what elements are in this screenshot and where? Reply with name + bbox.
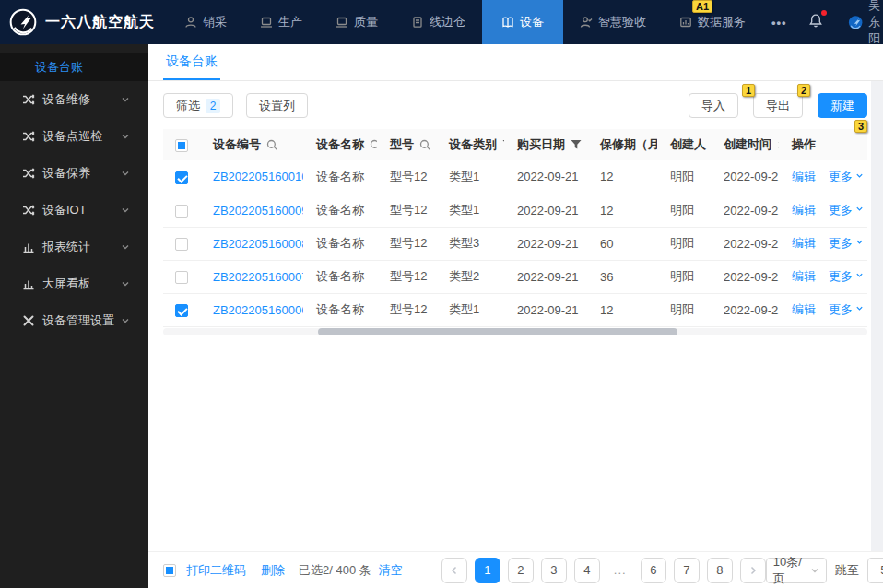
sidebar-item-device-iot[interactable]: 设备IOT [0, 192, 148, 229]
export-button[interactable]: 导出 [753, 93, 803, 118]
cell-creator: 明阳 [657, 260, 711, 293]
horizontal-scrollbar-thumb[interactable] [318, 328, 677, 335]
notification-bell-icon[interactable] [796, 13, 835, 31]
cell-warranty: 12 [587, 194, 657, 227]
avatar[interactable] [848, 10, 863, 35]
edit-link[interactable]: 编辑 [792, 269, 816, 283]
page-button-8[interactable]: 8 [707, 558, 733, 583]
print-qrcode-button[interactable]: 打印二维码 [186, 562, 246, 579]
sidebar-item-label: 设备保养 [42, 165, 90, 182]
page-button-1[interactable]: 1 [475, 558, 500, 583]
app-window: 一六八航空航天 销采 生产 质量 线边仓 设备 [0, 0, 883, 588]
more-link[interactable]: 更多 [829, 170, 853, 183]
main-area: 设备台账 筛选 2 设置列 导入 导出 [148, 44, 883, 588]
annotation-marker-import: 1 [742, 84, 755, 97]
filter-icon[interactable] [502, 139, 504, 150]
footer-select-checkbox[interactable] [163, 564, 176, 577]
filter-icon[interactable] [571, 139, 582, 150]
chevron-down-icon [121, 132, 130, 141]
pagination: 1 2 3 4 ... 6 7 8 [442, 558, 766, 583]
more-menu-icon[interactable]: ••• [762, 16, 796, 29]
cell-category: 类型1 [436, 293, 504, 326]
column-header-category: 设备类别 [449, 136, 497, 153]
nav-item-label: 质量 [354, 14, 378, 30]
more-link[interactable]: 更多 [829, 203, 853, 217]
sidebar-item-device-ledger[interactable]: 设备台账 [0, 53, 148, 81]
selected-count-text: 已选2/ 400 条 [299, 562, 371, 579]
page-button-2[interactable]: 2 [508, 558, 534, 583]
edit-link[interactable]: 编辑 [792, 203, 816, 217]
nav-item-label: 设备 [520, 14, 544, 30]
row-checkbox[interactable] [175, 238, 188, 251]
row-checkbox[interactable] [175, 271, 188, 284]
sidebar-item-device-inspection[interactable]: 设备点巡检 [0, 118, 148, 155]
top-navbar: 一六八航空航天 销采 生产 质量 线边仓 设备 [0, 0, 883, 44]
jump-page-input[interactable] [867, 558, 883, 583]
user-icon [184, 16, 197, 29]
page-ellipsis[interactable]: ... [607, 558, 633, 583]
sidebar-item-report-statistics[interactable]: 报表统计 [0, 229, 148, 265]
shuffle-icon [22, 204, 35, 217]
more-link[interactable]: 更多 [829, 269, 853, 283]
sort-icon[interactable] [777, 138, 779, 151]
user-name[interactable]: 吴东阳 [868, 0, 883, 47]
edit-link[interactable]: 编辑 [792, 170, 816, 183]
device-code-link[interactable]: ZB202205160007 [213, 270, 303, 284]
delete-button[interactable]: 删除 [261, 562, 285, 579]
clear-selection-button[interactable]: 清空 [379, 562, 403, 579]
row-checkbox[interactable] [175, 171, 188, 184]
nav-item-device[interactable]: 设备 [482, 0, 563, 44]
column-header-buy-date: 购买日期 [517, 136, 565, 153]
cell-model: 型号12 [377, 227, 436, 260]
set-columns-button[interactable]: 设置列 [246, 93, 308, 118]
sidebar-item-label: 设备管理设置 [42, 312, 114, 329]
nav-item-label: 线边仓 [430, 14, 465, 30]
row-checkbox[interactable] [175, 205, 188, 218]
table-row: ZB202205160006 设备名称 型号12 类型1 2022-09-21 … [163, 293, 867, 326]
page-button-6[interactable]: 6 [641, 558, 666, 583]
search-icon[interactable] [266, 139, 278, 151]
nav-item-quality[interactable]: 质量 [319, 0, 394, 44]
row-checkbox[interactable] [175, 304, 188, 317]
prev-page-button[interactable] [442, 558, 467, 583]
column-header-warranty: 保修期（月） [600, 136, 657, 153]
tab-device-ledger[interactable]: 设备台账 [163, 53, 220, 80]
import-label: 导入 [701, 98, 725, 114]
page-button-4[interactable]: 4 [574, 558, 600, 583]
nav-item-production[interactable]: 生产 [243, 0, 319, 44]
more-link[interactable]: 更多 [829, 236, 853, 250]
sidebar-item-device-maintenance[interactable]: 设备保养 [0, 155, 148, 192]
sidebar-item-device-repair[interactable]: 设备维修 [0, 81, 148, 118]
nav-item-line-warehouse[interactable]: 线边仓 [394, 0, 482, 44]
notification-dot [821, 10, 827, 16]
next-page-button[interactable] [740, 558, 766, 583]
page-button-7[interactable]: 7 [674, 558, 700, 583]
more-link[interactable]: 更多 [829, 302, 853, 316]
page-size-select[interactable]: 10条/页 [766, 558, 827, 583]
filter-count-badge: 2 [206, 99, 220, 113]
page-size-value: 10条/页 [773, 554, 810, 587]
device-code-link[interactable]: ZB202205160008 [213, 237, 303, 251]
column-header-created: 创建时间 [724, 136, 771, 153]
cell-buy-date: 2022-09-21 [504, 293, 587, 326]
device-code-link[interactable]: ZB202205160009 [213, 204, 303, 218]
cell-created: 2022-09-21 0 [711, 260, 779, 293]
nav-item-sales[interactable]: 销采 [168, 0, 243, 44]
import-button[interactable]: 导入 [689, 93, 738, 118]
edit-link[interactable]: 编辑 [792, 302, 816, 316]
sidebar-item-dashboard-screen[interactable]: 大屏看板 [0, 265, 148, 302]
sidebar-item-device-settings[interactable]: 设备管理设置 [0, 302, 148, 339]
cell-created: 2022-09-21 0 [711, 160, 779, 194]
create-button[interactable]: 新建 [818, 93, 867, 118]
edit-link[interactable]: 编辑 [792, 236, 816, 250]
search-icon[interactable] [419, 139, 431, 151]
filter-button[interactable]: 筛选 2 [163, 93, 233, 118]
tools-icon [22, 314, 35, 327]
page-button-3[interactable]: 3 [541, 558, 567, 583]
device-code-link[interactable]: ZB202205160006 [213, 303, 303, 317]
device-code-link[interactable]: ZB202205160010 [213, 170, 303, 183]
cell-creator: 明阳 [657, 160, 711, 194]
search-icon[interactable] [370, 139, 377, 151]
nav-item-smart-acceptance[interactable]: 智慧验收 [563, 0, 663, 44]
select-all-checkbox[interactable] [175, 139, 188, 152]
